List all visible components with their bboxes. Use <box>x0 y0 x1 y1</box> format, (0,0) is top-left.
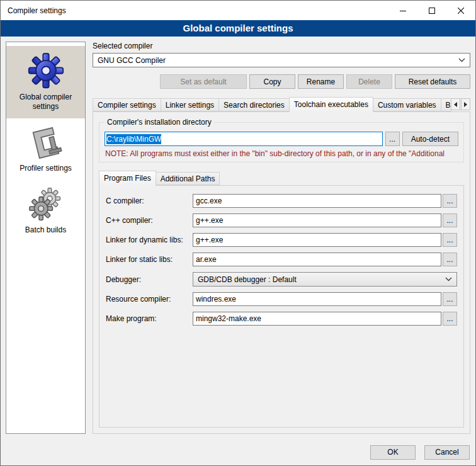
arrow-right-icon <box>463 102 468 107</box>
installation-directory-group: Compiler's installation directory C:\ray… <box>99 122 464 162</box>
installation-directory-legend: Compiler's installation directory <box>105 118 214 127</box>
resource-compiler-input[interactable] <box>193 292 441 306</box>
gray-gears-icon <box>28 187 64 222</box>
gray-clamp-icon <box>28 125 64 161</box>
tab-scroll-left-button[interactable] <box>451 98 460 110</box>
form-row-resource-compiler: Resource compiler: ... <box>106 292 457 306</box>
sidebar-item-label: Profiler settings <box>20 164 72 173</box>
program-files-panel: C compiler: ... C++ compiler: ... Linker… <box>99 185 464 428</box>
form-row-c-compiler: C compiler: ... <box>106 194 457 208</box>
tab-compiler-settings[interactable]: Compiler settings <box>93 98 161 111</box>
selected-compiler-label: Selected compiler <box>93 42 470 50</box>
installation-directory-row: C:\raylib\MinGW ... Auto-detect <box>105 132 458 146</box>
main-pane: Selected compiler GNU GCC Compiler Set a… <box>93 42 470 434</box>
form-row-make-program: Make program: ... <box>106 312 457 326</box>
installation-directory-value: C:\raylib\MinGW <box>106 134 161 144</box>
tab-scroll-right-button[interactable] <box>461 98 470 110</box>
minimize-icon <box>400 8 406 14</box>
tab-additional-paths[interactable]: Additional Paths <box>156 172 220 185</box>
dialog-content: Global compiler settings Profiler settin… <box>1 37 475 439</box>
form-row-debugger: Debugger: GDB/CDB debugger : Default <box>106 272 457 287</box>
sidebar-item-batch-builds[interactable]: Batch builds <box>6 181 85 242</box>
sidebar-item-global-compiler-settings[interactable]: Global compiler settings <box>6 46 85 118</box>
linker-dynamic-browse-button[interactable]: ... <box>443 233 457 247</box>
form-row-linker-static: Linker for static libs: ... <box>106 253 457 266</box>
titlebar: Compiler settings <box>1 1 475 20</box>
bin-subdirectory-note: NOTE: All programs must exist either in … <box>105 149 458 158</box>
cpp-compiler-label: C++ compiler: <box>106 216 193 225</box>
minimize-button[interactable] <box>388 1 417 20</box>
linker-dynamic-input[interactable] <box>193 233 441 247</box>
window-controls <box>388 1 475 20</box>
cpp-compiler-input[interactable] <box>193 213 441 227</box>
set-as-default-button[interactable]: Set as default <box>160 74 247 89</box>
tab-build-options-truncated[interactable]: Builc <box>441 98 451 111</box>
dialog-footer: OK Cancel <box>1 439 475 465</box>
compiler-combobox-value: GNU GCC Compiler <box>98 56 166 65</box>
tab-linker-settings[interactable]: Linker settings <box>161 98 219 111</box>
debugger-label: Debugger: <box>106 275 193 284</box>
debugger-combobox[interactable]: GDB/CDB debugger : Default <box>193 272 457 287</box>
maximize-button[interactable] <box>417 1 446 20</box>
auto-detect-button[interactable]: Auto-detect <box>402 132 458 146</box>
tab-scroll-arrows <box>451 98 470 110</box>
ok-button[interactable]: OK <box>370 445 416 460</box>
chevron-down-icon <box>445 277 452 281</box>
reset-defaults-button[interactable]: Reset defaults <box>395 74 470 89</box>
close-icon <box>458 8 464 14</box>
sidebar-item-label: Batch builds <box>25 225 66 234</box>
maximize-icon <box>429 8 435 14</box>
compiler-actions: Set as default Copy Rename Delete Reset … <box>93 74 470 89</box>
arrow-left-icon <box>453 102 458 107</box>
make-program-label: Make program: <box>106 314 193 323</box>
compiler-settings-window: Compiler settings Global compiler settin… <box>0 0 476 466</box>
page-title: Global compiler settings <box>1 20 475 37</box>
copy-button[interactable]: Copy <box>249 74 295 89</box>
resource-compiler-browse-button[interactable]: ... <box>443 292 457 306</box>
make-program-input[interactable] <box>193 312 441 326</box>
linker-static-input[interactable] <box>193 253 441 266</box>
cancel-button[interactable]: Cancel <box>424 445 470 460</box>
make-program-browse-button[interactable]: ... <box>443 312 457 326</box>
tab-search-directories[interactable]: Search directories <box>218 98 290 111</box>
installation-directory-input[interactable]: C:\raylib\MinGW <box>105 132 383 146</box>
linker-static-label: Linker for static libs: <box>106 255 193 264</box>
close-button[interactable] <box>446 1 475 20</box>
linker-static-browse-button[interactable]: ... <box>443 253 457 266</box>
delete-button[interactable]: Delete <box>346 74 392 89</box>
form-row-cpp-compiler: C++ compiler: ... <box>106 213 457 227</box>
debugger-combobox-value: GDB/CDB debugger : Default <box>198 275 297 284</box>
tab-toolchain-executables[interactable]: Toolchain executables <box>289 97 373 112</box>
program-tabstrip: Program Files Additional Paths <box>99 171 464 185</box>
chevron-down-icon <box>458 58 465 62</box>
cpp-compiler-browse-button[interactable]: ... <box>443 213 457 227</box>
installation-directory-browse-button[interactable]: ... <box>385 132 400 146</box>
tab-program-files[interactable]: Program Files <box>99 171 156 186</box>
settings-tabstrip: Compiler settings Linker settings Search… <box>93 97 470 111</box>
linker-dynamic-label: Linker for dynamic libs: <box>106 236 193 244</box>
blue-gear-icon <box>27 52 65 89</box>
resource-compiler-label: Resource compiler: <box>106 295 193 304</box>
sidebar: Global compiler settings Profiler settin… <box>6 42 86 434</box>
sidebar-item-profiler-settings[interactable]: Profiler settings <box>6 120 85 180</box>
c-compiler-input[interactable] <box>193 194 441 208</box>
rename-button[interactable]: Rename <box>298 74 344 89</box>
c-compiler-label: C compiler: <box>106 196 193 205</box>
window-title: Compiler settings <box>1 6 66 15</box>
sidebar-item-label: Global compiler settings <box>20 93 72 111</box>
c-compiler-browse-button[interactable]: ... <box>443 194 457 208</box>
compiler-combobox[interactable]: GNU GCC Compiler <box>93 53 470 67</box>
toolchain-executables-panel: Compiler's installation directory C:\ray… <box>93 111 470 434</box>
tab-custom-variables[interactable]: Custom variables <box>373 98 441 111</box>
form-row-linker-dynamic: Linker for dynamic libs: ... <box>106 233 457 247</box>
